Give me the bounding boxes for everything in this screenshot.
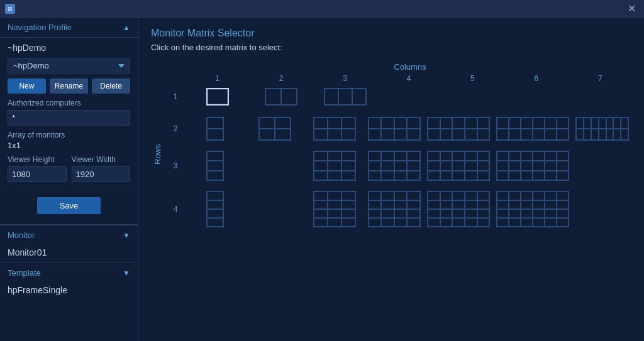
matrix-cell-2-4[interactable]	[365, 114, 423, 143]
monitor-grid-3-1	[206, 151, 224, 181]
navigation-profile-title: Navigation Profile	[8, 23, 72, 32]
col-header-2: 2	[250, 74, 312, 83]
matrix-cell-3-4[interactable]	[365, 148, 423, 183]
template-header[interactable]: Template ▼	[0, 263, 138, 283]
col-header-6: 6	[505, 74, 567, 83]
monitor-section: Monitor ▼ Monitor01	[0, 225, 138, 263]
template-title: Template	[8, 268, 41, 278]
matrix-cell-3-3[interactable]	[306, 148, 364, 183]
viewer-width-input[interactable]	[72, 166, 131, 182]
monitor-grid-2-5	[427, 117, 490, 141]
rename-button[interactable]: Rename	[50, 78, 88, 94]
matrix-cell-1-6	[505, 84, 567, 109]
template-section: Template ▼ hpFrameSingle	[0, 263, 138, 300]
matrix-cell-1-7	[569, 84, 631, 109]
matrix-cell-3-6[interactable]	[494, 148, 572, 183]
matrix-cell-1-5	[441, 84, 504, 109]
row-header-2: 2	[166, 114, 185, 143]
monitor-grid-2-7	[575, 117, 629, 141]
matrix-cell-1-2[interactable]	[250, 84, 312, 109]
monitor-grid-3-4	[368, 151, 421, 181]
matrix-cell-2-7[interactable]	[573, 114, 631, 143]
delete-button[interactable]: Delete	[92, 78, 130, 94]
save-button[interactable]: Save	[37, 197, 101, 214]
collapse-icon[interactable]: ▲	[123, 23, 130, 32]
matrix-row-4: 4	[166, 188, 631, 230]
close-button[interactable]: ✕	[624, 3, 639, 15]
matrix-cell-1-3[interactable]	[314, 84, 376, 109]
profile-dropdown[interactable]: ~hpDemo	[8, 58, 130, 73]
template-value: hpFrameSingle	[0, 283, 138, 300]
navigation-profile-header: Navigation Profile ▲	[0, 18, 138, 38]
matrix-cell-4-3[interactable]	[306, 188, 364, 230]
authorized-computers-input[interactable]	[8, 110, 130, 126]
monitor-grid-2-4	[368, 117, 421, 141]
save-row: Save	[8, 192, 130, 219]
matrix-cell-1-1[interactable]	[186, 84, 248, 109]
profile-name: ~hpDemo	[8, 43, 130, 53]
new-button[interactable]: New	[8, 78, 46, 94]
col-header-7: 7	[569, 74, 631, 83]
monitor-grid-1-2	[265, 88, 297, 106]
matrix-grid-container: 1 2 3 4 5 6 7 1	[166, 74, 631, 235]
template-collapse-icon[interactable]: ▼	[123, 269, 130, 278]
viewer-height-group: Viewer Height	[8, 155, 67, 187]
authorized-computers-label: Authorized computers	[8, 99, 130, 107]
monitor-title: Monitor	[8, 230, 35, 240]
monitor-grid-2-6	[496, 117, 569, 141]
matrix-cell-4-5[interactable]	[425, 188, 492, 230]
matrix-with-rows: Rows 1 2 3 4 5 6 7	[151, 74, 631, 235]
matrix-cell-2-3[interactable]	[306, 114, 364, 143]
monitor-grid-3-3	[313, 151, 356, 181]
matrix-cell-4-2	[246, 188, 304, 230]
monitor-grid-2-1	[206, 117, 224, 141]
matrix-cell-3-5[interactable]	[425, 148, 492, 183]
matrix-cell-4-7	[573, 188, 631, 230]
right-panel: Monitor Matrix Selector Click on the des…	[138, 18, 644, 341]
array-of-monitors-value: 1x1	[8, 141, 130, 150]
monitor-value: Monitor01	[0, 245, 138, 263]
monitor-grid-1-1	[206, 88, 229, 106]
viewer-width-group: Viewer Width	[72, 155, 131, 187]
panel-subtitle: Click on the desired matrix to select:	[151, 43, 631, 52]
matrix-cell-4-4[interactable]	[365, 188, 423, 230]
columns-label: Columns	[189, 62, 631, 72]
matrix-cell-4-1[interactable]	[186, 188, 245, 230]
matrix-cell-3-1[interactable]	[186, 148, 245, 183]
row-header-3: 3	[166, 148, 185, 183]
matrix-cell-2-5[interactable]	[425, 114, 492, 143]
matrix-cell-2-1[interactable]	[186, 114, 245, 143]
monitor-grid-3-6	[496, 151, 569, 181]
matrix-cell-3-7	[573, 148, 631, 183]
monitor-grid-4-6	[496, 191, 569, 227]
col-header-4: 4	[377, 74, 440, 83]
viewer-width-label: Viewer Width	[72, 155, 131, 164]
viewer-height-input[interactable]	[8, 166, 67, 182]
column-headers-row: 1 2 3 4 5 6 7	[166, 74, 631, 83]
monitor-grid-2-3	[313, 117, 356, 141]
matrix-row-1: 1	[166, 84, 631, 109]
monitor-grid-3-5	[427, 151, 490, 181]
matrix-cell-3-2	[246, 148, 304, 183]
row-header-4: 4	[166, 188, 185, 230]
matrix-cell-2-6[interactable]	[494, 114, 572, 143]
viewer-height-label: Viewer Height	[8, 155, 67, 164]
matrix-cell-1-4	[377, 84, 440, 109]
col-header-1: 1	[186, 74, 248, 83]
rows-label: Rows	[151, 74, 164, 235]
matrix-cell-2-2[interactable]	[246, 114, 304, 143]
monitor-collapse-icon[interactable]: ▼	[123, 231, 130, 240]
col-header-3: 3	[314, 74, 376, 83]
title-bar: ⊞ ✕	[0, 0, 644, 18]
sidebar: Navigation Profile ▲ ~hpDemo ~hpDemo New…	[0, 18, 138, 341]
matrix-row-2: 2	[166, 114, 631, 143]
dimensions-row: Viewer Height Viewer Width	[8, 155, 130, 187]
monitor-grid-4-3	[313, 191, 356, 227]
main-layout: Navigation Profile ▲ ~hpDemo ~hpDemo New…	[0, 18, 644, 341]
monitor-grid-4-4	[368, 191, 421, 227]
profile-buttons: New Rename Delete	[8, 78, 130, 94]
matrix-cell-4-6[interactable]	[494, 188, 572, 230]
monitor-grid-4-1	[206, 191, 224, 227]
monitor-header[interactable]: Monitor ▼	[0, 225, 138, 245]
matrix-area: Columns Rows 1 2 3 4 5 6 7	[151, 62, 631, 235]
